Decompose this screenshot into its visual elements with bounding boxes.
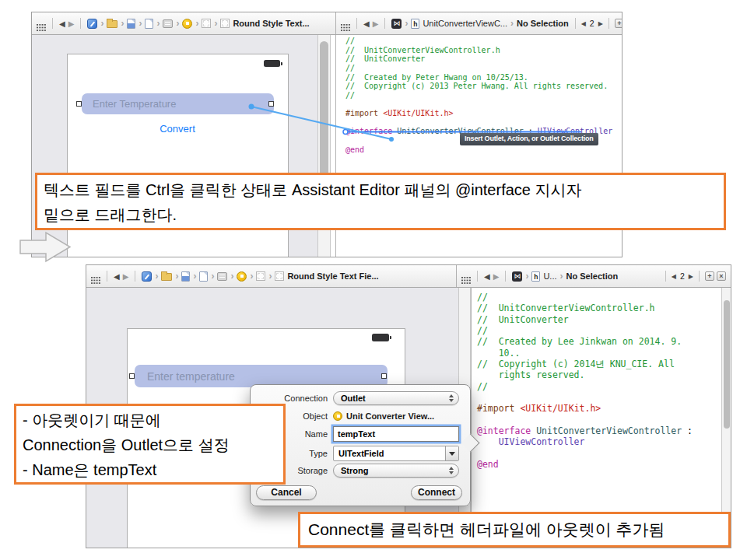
chevron-separator-icon: › xyxy=(176,18,179,29)
view-icon[interactable] xyxy=(275,271,284,281)
type-combo[interactable]: UITextField xyxy=(333,446,459,461)
close-editor-button[interactable]: × xyxy=(717,271,726,281)
divider xyxy=(52,18,53,29)
breadcrumb-label[interactable]: Round Style Text Fie... xyxy=(287,271,378,281)
back-arrow-button[interactable]: ◀ xyxy=(114,272,120,281)
callout-line: - 아웃렛이기 때문에 xyxy=(23,408,277,432)
connection-tooltip: Insert Outlet, Action, or Outlet Collect… xyxy=(460,133,598,145)
scrollbar-thumb[interactable] xyxy=(724,300,730,429)
file-icon[interactable] xyxy=(145,19,153,29)
assistant-nav-cluster: ◀ 2 ▶ + × xyxy=(662,271,726,282)
file-icon[interactable] xyxy=(181,271,190,282)
view-icon[interactable] xyxy=(220,19,230,28)
chevron-separator-icon: › xyxy=(155,271,158,282)
callout-line: 밑으로 드래그한다. xyxy=(44,202,717,227)
chevron-separator-icon: › xyxy=(139,18,142,29)
view-controller-icon xyxy=(333,411,342,421)
divider xyxy=(505,271,506,282)
project-icon[interactable] xyxy=(87,19,97,29)
forward-arrow-button[interactable]: ▶ xyxy=(68,19,75,28)
connection-label: Connection xyxy=(251,394,333,403)
header-file-icon[interactable]: h xyxy=(531,271,540,282)
resize-handle-right[interactable] xyxy=(381,373,387,379)
project-icon[interactable] xyxy=(142,271,152,282)
file-icon[interactable] xyxy=(199,271,208,282)
file-crumb[interactable]: UnitConverterViewC... xyxy=(423,19,507,28)
selection-crumb[interactable]: No Selection xyxy=(517,19,569,28)
divider xyxy=(477,271,478,282)
jump-bar-1-left: ◀ ▶ › › › › › › › Round Style Text... xyxy=(32,12,335,34)
divider xyxy=(135,271,135,282)
next-step-arrow xyxy=(9,229,79,264)
counterpart-count: 2 xyxy=(680,271,685,281)
next-counterpart-button[interactable]: ▶ xyxy=(689,273,693,280)
add-editor-button[interactable]: + xyxy=(705,271,714,281)
storage-popup[interactable]: Strong xyxy=(333,464,459,478)
view-icon[interactable] xyxy=(202,19,211,28)
file-crumb[interactable]: U... xyxy=(543,271,556,281)
resize-handle-left[interactable] xyxy=(76,101,82,107)
view-icon[interactable] xyxy=(256,271,265,281)
view-controller-icon[interactable] xyxy=(237,271,247,282)
folder-icon[interactable] xyxy=(107,20,117,28)
chevron-separator-icon: › xyxy=(193,271,196,282)
cancel-button[interactable]: Cancel xyxy=(256,485,317,500)
stepper-arrows-icon xyxy=(449,394,454,402)
file-icon[interactable] xyxy=(127,19,135,29)
text-field-placeholder: Enter temperature xyxy=(135,370,235,383)
related-items-icon[interactable] xyxy=(37,20,46,27)
breadcrumb-label[interactable]: Round Style Text... xyxy=(233,19,309,28)
callout-drag-instruction: 텍스트 필드를 Ctrl을 클릭한 상태로 Assistant Editor 패… xyxy=(35,173,726,230)
chevron-separator-icon: › xyxy=(405,18,408,29)
connection-popup[interactable]: Outlet xyxy=(333,391,459,405)
back-arrow-button[interactable]: ◀ xyxy=(363,19,370,28)
chevron-separator-icon: › xyxy=(230,271,233,282)
forward-arrow-button[interactable]: ▶ xyxy=(123,272,129,281)
prev-counterpart-button[interactable]: ◀ xyxy=(672,273,676,280)
temperature-text-field[interactable]: Enter Temperature xyxy=(82,93,274,114)
combo-dropdown-icon[interactable] xyxy=(445,446,458,460)
divider xyxy=(575,18,576,29)
assistant-nav-cluster: ◀ 2 ▶ + × xyxy=(572,18,622,29)
chevron-separator-icon: › xyxy=(250,271,253,282)
storyboard-icon[interactable] xyxy=(217,272,227,281)
name-input[interactable]: tempText xyxy=(333,426,459,442)
selection-crumb[interactable]: No Selection xyxy=(566,271,619,281)
divider xyxy=(107,271,107,282)
callout-line: Connection을 Outlet으로 설정 xyxy=(23,432,277,457)
jump-bar-2: ◀ ▶ › › › › › › › Round Style Text Fie..… xyxy=(86,265,731,288)
related-items-icon[interactable] xyxy=(91,273,100,280)
connect-button[interactable]: Connect xyxy=(411,485,462,500)
storyboard-icon[interactable] xyxy=(163,19,173,28)
forward-arrow-button[interactable]: ▶ xyxy=(373,19,379,28)
assistant-editor-icon[interactable]: ⋈ xyxy=(512,271,522,282)
add-editor-button[interactable]: + xyxy=(615,19,622,28)
callout-line: 텍스트 필드를 Ctrl을 클릭한 상태로 Assistant Editor 패… xyxy=(44,177,717,202)
convert-button[interactable]: Convert xyxy=(135,123,220,135)
stepper-arrows-icon xyxy=(449,467,454,474)
chevron-separator-icon: › xyxy=(156,18,160,29)
editor-scrollbar[interactable] xyxy=(721,288,731,548)
back-arrow-button[interactable]: ◀ xyxy=(484,272,490,281)
forward-arrow-button[interactable]: ▶ xyxy=(493,272,500,281)
scrollbar-thumb[interactable] xyxy=(320,41,328,185)
divider xyxy=(356,18,357,29)
chevron-separator-icon: › xyxy=(560,271,563,282)
back-arrow-button[interactable]: ◀ xyxy=(59,19,65,28)
next-counterpart-button[interactable]: ▶ xyxy=(598,20,603,27)
related-items-icon[interactable] xyxy=(461,273,471,280)
battery-icon xyxy=(264,60,280,67)
view-controller-icon[interactable] xyxy=(182,19,192,29)
battery-icon xyxy=(372,334,389,341)
assistant-editor-icon[interactable]: ⋈ xyxy=(391,19,402,29)
resize-handle-right[interactable] xyxy=(268,101,274,107)
object-value-row: Unit Converter View... xyxy=(333,411,459,421)
divider xyxy=(608,18,609,29)
callout-connect-result: Connect를 클릭하면 헤더파일에 아웃렛이 추가됨 xyxy=(298,512,731,548)
related-items-icon[interactable] xyxy=(341,20,350,27)
prev-counterpart-button[interactable]: ◀ xyxy=(581,20,586,27)
header-file-icon[interactable]: h xyxy=(411,19,419,29)
folder-icon[interactable] xyxy=(161,273,172,281)
resize-handle-left[interactable] xyxy=(129,373,135,379)
header-code-editor[interactable]: //// UnitConverterViewController.h// Uni… xyxy=(477,292,693,471)
